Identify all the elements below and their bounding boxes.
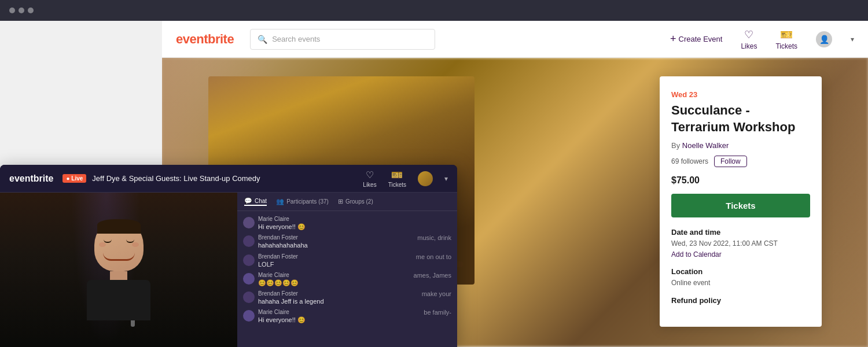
- event-title: Succulance - Terrarium Workshop: [671, 102, 810, 135]
- tickets-label: Tickets: [775, 42, 797, 50]
- participants-tab-label: Participants (37): [286, 198, 329, 205]
- search-icon: 🔍: [258, 35, 267, 44]
- chat-avatar-2: [243, 235, 255, 247]
- chat-message-1: Marie Claire Hi everyone!! 😊: [243, 216, 451, 231]
- live-event-window: eventbrite ● Live Jeff Dye & Special Gue…: [0, 165, 457, 347]
- live-tickets-label: Tickets: [388, 182, 406, 188]
- chat-avatar-5: [243, 291, 255, 303]
- refund-section: Refund policy: [671, 296, 810, 305]
- chat-overflow-3: ames, James: [414, 272, 451, 279]
- chat-avatar-1: [243, 217, 255, 228]
- chat-message-5: Brendan Foster hahaha Jeff is a legend m…: [243, 290, 451, 305]
- live-likes-label: Likes: [363, 182, 376, 188]
- groups-icon: ⊞: [338, 198, 343, 205]
- chat-content-3: Brendan Foster LOLF: [258, 253, 410, 268]
- browser-dots: [9, 8, 34, 13]
- groups-tab-label: Groups (2): [345, 198, 373, 205]
- live-user-avatar[interactable]: [418, 171, 433, 186]
- chat-content-5: Brendan Foster hahaha Jeff is a legend: [258, 290, 416, 305]
- chat-overflow-2: me on out to: [416, 253, 451, 260]
- tickets-nav-item[interactable]: 🎫 Tickets: [775, 28, 797, 50]
- chat-tab[interactable]: 💬 Chat: [244, 197, 267, 206]
- live-video: [0, 193, 237, 347]
- chat-tabs: 💬 Chat 👥 Participants (37) ⊞ Groups (2): [237, 193, 457, 211]
- live-ticket-icon: 🎫: [391, 169, 403, 180]
- chat-message-4: Marie Claire 😊😊😊😊😊 ames, James: [243, 272, 451, 287]
- chat-overflow-4: make your: [422, 290, 451, 297]
- chat-avatar-3: [243, 254, 255, 266]
- chat-message-2: Brendan Foster hahahahahahaha music, dri…: [243, 234, 451, 249]
- chat-avatar-6: [243, 310, 255, 322]
- location-title: Location: [671, 267, 810, 276]
- plus-icon: +: [670, 33, 676, 45]
- refund-title: Refund policy: [671, 296, 810, 305]
- live-heart-icon: ♡: [366, 169, 374, 180]
- navbar: eventbrite 🔍 Search events + Create Even…: [162, 21, 868, 58]
- chat-text-6: Hi everyone!! 😊: [258, 316, 418, 324]
- chat-content-6: Marie Claire Hi everyone!! 😊: [258, 309, 418, 324]
- location-detail: Online event: [671, 278, 810, 288]
- participants-tab[interactable]: 👥 Participants (37): [276, 198, 329, 205]
- likes-label: Likes: [741, 42, 757, 50]
- browser-dot-2: [19, 8, 24, 13]
- chat-text-3: LOLF: [258, 260, 410, 268]
- chat-content-4: Marie Claire 😊😊😊😊😊: [258, 272, 408, 287]
- ticket-icon: 🎫: [780, 28, 793, 41]
- likes-nav-item[interactable]: ♡ Likes: [741, 28, 757, 50]
- chat-overflow-1: music, drink: [417, 234, 451, 241]
- chat-messages: Marie Claire Hi everyone!! 😊 Brendan Fos…: [237, 211, 457, 347]
- live-navbar: eventbrite ● Live Jeff Dye & Special Gue…: [0, 165, 457, 193]
- groups-tab[interactable]: ⊞ Groups (2): [338, 198, 373, 205]
- live-nav-right: ♡ Likes 🎫 Tickets ▾: [363, 169, 448, 188]
- browser-dot-1: [9, 8, 15, 13]
- chat-content-1: Marie Claire Hi everyone!! 😊: [258, 216, 451, 231]
- chat-avatar-4: [243, 273, 255, 285]
- chat-username-3: Brendan Foster: [258, 253, 410, 260]
- chat-text-1: Hi everyone!! 😊: [258, 223, 451, 231]
- followers-count: 69 followers: [671, 157, 708, 165]
- live-likes-button[interactable]: ♡ Likes: [363, 169, 376, 188]
- heart-icon: ♡: [744, 28, 753, 41]
- live-chevron-icon: ▾: [444, 175, 448, 183]
- live-badge: ● Live: [62, 174, 86, 183]
- date-time-title: Date and time: [671, 228, 810, 237]
- add-calendar-link[interactable]: Add to Calendar: [671, 250, 722, 259]
- chat-username-5: Brendan Foster: [258, 290, 416, 297]
- user-avatar[interactable]: 👤: [816, 31, 832, 47]
- chat-username-2: Brendan Foster: [258, 234, 411, 241]
- live-chat-panel: 💬 Chat 👥 Participants (37) ⊞ Groups (2) …: [237, 193, 457, 347]
- chat-text-2: hahahahahahaha: [258, 241, 411, 249]
- follow-button[interactable]: Follow: [714, 156, 747, 167]
- chevron-down-icon: ▾: [851, 35, 854, 43]
- tickets-button[interactable]: Tickets: [671, 194, 810, 217]
- chat-message-3: Brendan Foster LOLF me on out to: [243, 253, 451, 268]
- event-date-badge: Wed 23: [671, 90, 810, 99]
- event-organizer: By Noelle Walker: [671, 141, 810, 150]
- chat-tab-label: Chat: [255, 198, 267, 204]
- chat-icon: 💬: [244, 197, 252, 205]
- browser-dot-3: [28, 8, 34, 13]
- followers-row: 69 followers Follow: [671, 156, 810, 167]
- search-placeholder: Search events: [272, 35, 320, 43]
- nav-right: + Create Event ♡ Likes 🎫 Tickets 👤 ▾: [670, 28, 854, 50]
- live-eventbrite-logo: eventbrite: [9, 174, 53, 184]
- event-price: $75.00: [671, 175, 810, 186]
- chat-text-4: 😊😊😊😊😊: [258, 279, 408, 287]
- live-content: 💬 Chat 👥 Participants (37) ⊞ Groups (2) …: [0, 193, 457, 347]
- chat-username-6: Marie Claire: [258, 309, 418, 315]
- eventbrite-logo[interactable]: eventbrite: [176, 32, 234, 47]
- chat-overflow-5: be family-: [424, 309, 451, 316]
- browser-chrome: [0, 0, 868, 21]
- search-bar[interactable]: 🔍 Search events: [250, 29, 435, 50]
- date-time-detail: Wed, 23 Nov 2022, 11:00 AM CST: [671, 239, 810, 249]
- chat-content-2: Brendan Foster hahahahahahaha: [258, 234, 411, 249]
- chat-username-4: Marie Claire: [258, 272, 408, 278]
- create-event-button[interactable]: + Create Event: [670, 33, 722, 45]
- chat-username-1: Marie Claire: [258, 216, 451, 222]
- organizer-link[interactable]: Noelle Walker: [682, 141, 729, 150]
- live-tickets-button[interactable]: 🎫 Tickets: [388, 169, 406, 188]
- create-event-label: Create Event: [679, 35, 723, 43]
- location-section: Location Online event: [671, 267, 810, 288]
- date-time-section: Date and time Wed, 23 Nov 2022, 11:00 AM…: [671, 228, 810, 259]
- event-detail-panel: Wed 23 Succulance - Terrarium Workshop B…: [660, 76, 822, 327]
